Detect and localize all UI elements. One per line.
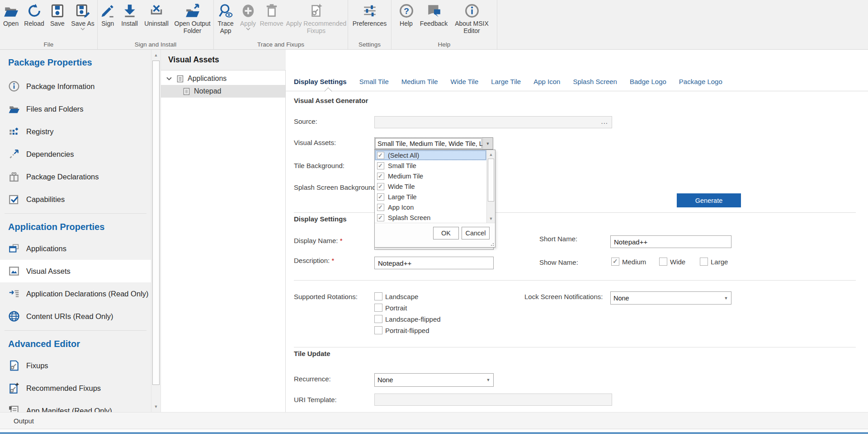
checkbox[interactable] [374, 326, 382, 334]
generate-button[interactable]: Generate [677, 193, 741, 207]
dropdown-item-select-all[interactable]: (Select All) [375, 150, 486, 160]
preferences-button[interactable]: Preferences [350, 3, 390, 27]
sidebar-item-applications[interactable]: Applications [0, 237, 151, 260]
tab-bar: Display SettingsSmall TileMedium TileWid… [286, 72, 868, 91]
recurrence-combobox[interactable]: None ▼ [374, 373, 494, 387]
sidebar-scrollbar[interactable]: ▲ ▼ [151, 50, 161, 412]
rotation-option-portrait-flipped[interactable]: Portrait-flipped [374, 326, 429, 334]
save-button[interactable]: Save [47, 3, 67, 27]
scroll-down-icon[interactable]: ▼ [487, 215, 495, 222]
install-button[interactable]: Install [119, 3, 141, 27]
tree-node-notepad[interactable]: Notepad [161, 85, 285, 98]
apply-recommended-fixups-icon [308, 3, 324, 19]
lock-screen-notifications-combobox[interactable]: None ▼ [610, 291, 731, 305]
rotation-option-portrait[interactable]: Portrait [374, 304, 407, 312]
sidebar-item-files-and-folders[interactable]: Files and Folders [0, 98, 151, 120]
checkbox-checked[interactable] [377, 152, 384, 159]
short-name-input[interactable]: Notepad++ [610, 235, 731, 248]
sidebar-scrollbar-thumb[interactable] [152, 61, 160, 385]
visual-assets-combobox[interactable]: Small Tile, Medium Tile, Wide Tile, Larg… [374, 137, 493, 150]
trace-app-button[interactable]: Trace App [215, 3, 236, 34]
source-input[interactable]: ... [374, 116, 612, 128]
checkbox[interactable] [700, 258, 708, 266]
checkbox-checked[interactable] [377, 193, 384, 201]
checkbox[interactable] [374, 292, 382, 300]
sidebar-item-application-declarations-read-only[interactable]: Application Declarations (Read Only) [0, 282, 151, 305]
scroll-down-icon[interactable]: ▼ [151, 402, 160, 411]
uri-template-input[interactable] [374, 394, 612, 406]
tab-badge-logo[interactable]: Badge Logo [630, 78, 666, 85]
show-name-option-large[interactable]: Large [700, 258, 728, 266]
checkbox-checked[interactable] [611, 258, 619, 266]
chevron-down-icon[interactable]: ▼ [482, 138, 493, 149]
dropdown-scrollbar[interactable]: ▲ ▼ [486, 150, 495, 223]
dropdown-scrollbar-thumb[interactable] [488, 159, 494, 202]
ok-button[interactable]: OK [433, 227, 459, 239]
dropdown-chevron-icon[interactable] [80, 28, 85, 31]
rotation-option-landscape[interactable]: Landscape [374, 292, 418, 300]
show-name-option-medium[interactable]: Medium [611, 258, 646, 266]
cancel-button[interactable]: Cancel [462, 227, 490, 239]
open-button[interactable]: Open [1, 3, 21, 27]
save-as-button[interactable]: Save As [69, 3, 96, 31]
about-msix-editor-button[interactable]: About MSIX Editor [452, 3, 492, 34]
visual-assets-label: Visual Assets: [294, 139, 336, 146]
sidebar-item-app-manifest-read-only[interactable]: App Manifest (Read Only) [0, 399, 151, 412]
scroll-up-icon[interactable]: ▲ [487, 150, 495, 158]
tab-package-logo[interactable]: Package Logo [679, 78, 722, 85]
tab-app-icon[interactable]: App Icon [533, 78, 560, 85]
tab-small-tile[interactable]: Small Tile [359, 78, 389, 85]
lock-screen-notifications-label: Lock Screen Notifications: [524, 293, 603, 300]
scroll-up-icon[interactable]: ▲ [151, 51, 160, 60]
tab-large-tile[interactable]: Large Tile [491, 78, 521, 85]
tree-node-applications[interactable]: Applications [161, 72, 285, 85]
sidebar-item-recommended-fixups[interactable]: Recommended Fixups [0, 377, 151, 399]
dropdown-item-app-icon[interactable]: App Icon [375, 202, 486, 212]
sidebar-item-package-declarations[interactable]: Package Declarations [0, 165, 151, 188]
uninstall-button[interactable]: Uninstall [142, 3, 171, 27]
checkbox[interactable] [374, 304, 382, 312]
tab-wide-tile[interactable]: Wide Tile [451, 78, 479, 85]
feedback-icon [426, 3, 442, 19]
checkbox[interactable] [374, 315, 382, 323]
tab-splash-screen[interactable]: Splash Screen [573, 78, 617, 85]
sidebar-item-content-uris-read-only[interactable]: Content URIs (Read Only) [0, 305, 151, 328]
apply-icon [241, 3, 256, 19]
sidebar-item-label: Package Declarations [26, 173, 99, 181]
open-output-folder-button[interactable]: Open Output Folder [172, 3, 212, 34]
recommended-fixups-icon [8, 382, 20, 394]
sidebar-item-dependencies[interactable]: Dependencies [0, 143, 151, 165]
resize-grip-icon[interactable] [490, 242, 494, 246]
sidebar-item-capabilities[interactable]: Capabilities [0, 188, 151, 211]
sidebar-item-fixups[interactable]: Fixups [0, 354, 151, 377]
dropdown-chevron-icon[interactable] [246, 28, 250, 31]
checkbox-checked[interactable] [377, 214, 384, 221]
sidebar-item-visual-assets[interactable]: Visual Assets [0, 260, 151, 282]
checkbox-checked[interactable] [377, 204, 384, 211]
help-button[interactable]: ?Help [396, 3, 416, 27]
sign-button[interactable]: Sign [99, 3, 117, 27]
feedback-button[interactable]: Feedback [418, 3, 450, 27]
reload-button[interactable]: Reload [23, 3, 45, 27]
dropdown-item-small-tile[interactable]: Small Tile [375, 160, 486, 171]
tab-display-settings[interactable]: Display Settings [294, 78, 347, 85]
rotation-option-landscape-flipped[interactable]: Landscape-flipped [374, 315, 441, 323]
output-bar[interactable]: Output [0, 412, 868, 429]
browse-button[interactable]: ... [601, 117, 608, 125]
dropdown-item-splash-screen[interactable]: Splash Screen [375, 212, 486, 223]
svg-text:?: ? [404, 6, 409, 16]
dropdown-item-large-tile[interactable]: Large Tile [375, 192, 486, 202]
dropdown-item-medium-tile[interactable]: Medium Tile [375, 171, 486, 181]
tab-medium-tile[interactable]: Medium Tile [401, 78, 438, 85]
description-input[interactable]: Notepad++ [374, 257, 494, 269]
checkbox-checked[interactable] [377, 183, 384, 190]
checkbox[interactable] [659, 258, 667, 266]
dropdown-item-wide-tile[interactable]: Wide Tile [375, 181, 486, 192]
show-name-option-wide[interactable]: Wide [659, 258, 685, 266]
sidebar-item-registry[interactable]: Registry [0, 120, 151, 143]
checkbox-checked[interactable] [377, 173, 384, 180]
sidebar-item-package-information[interactable]: Package Information [0, 75, 151, 98]
checkbox-checked[interactable] [377, 162, 384, 169]
output-label: Output [0, 417, 34, 425]
chevron-down-icon[interactable] [165, 75, 173, 82]
